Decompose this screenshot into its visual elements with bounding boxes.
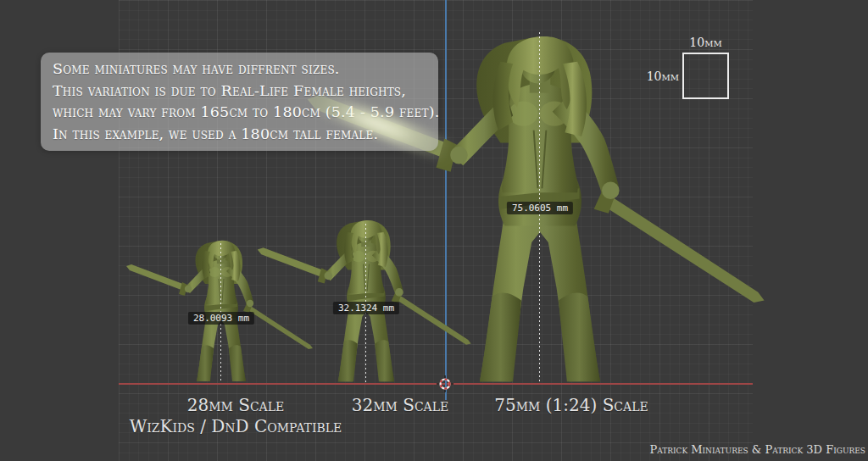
info-line-3: which may vary from 165cm to 180cm (5.4 …	[53, 102, 426, 124]
reference-square-top-label: 10mm	[682, 36, 729, 49]
measurement-label-28mm: 28.0093 mm	[188, 312, 254, 325]
reference-square-side-label: 10mm	[632, 69, 679, 83]
scale-caption-28mm: 28mm Scale	[151, 395, 320, 415]
viewport-3d[interactable]: Some miniatures may have diffrent sizes.…	[0, 0, 868, 461]
info-line-2: This variation is due to Real-Life Femal…	[53, 81, 426, 103]
3d-cursor	[437, 375, 453, 392]
reference-square-10mm	[682, 53, 729, 99]
measurement-label-75mm: 75.0605 mm	[507, 202, 573, 214]
info-overlay-box: Some miniatures may have diffrent sizes.…	[41, 53, 438, 151]
info-line-4: In this example, we used a 180cm tall fe…	[53, 124, 426, 146]
measurement-label-32mm: 32.1324 mm	[333, 302, 399, 314]
watermark-text: Patrick Miniatures & Patrick 3D Figures	[649, 443, 865, 456]
scale-caption-32mm: 32mm Scale	[315, 395, 485, 415]
scale-subcaption-28mm: WizKids / DnD Compatible	[108, 416, 363, 436]
info-line-1: Some miniatures may have diffrent sizes.	[53, 58, 426, 81]
scale-caption-75mm: 75mm (1:24) Scale	[487, 395, 656, 415]
